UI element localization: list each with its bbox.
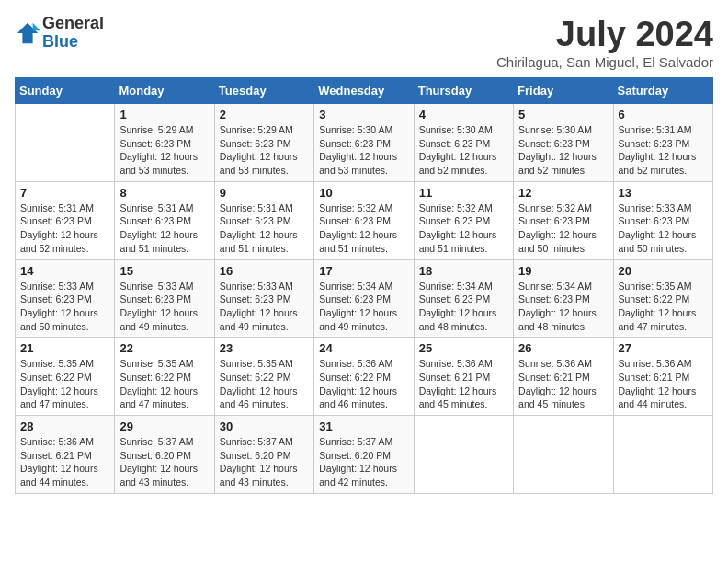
info-line: Sunset: 6:22 PM bbox=[619, 293, 708, 306]
info-line: Daylight: 12 hours bbox=[119, 462, 209, 476]
info-line: and 42 minutes. bbox=[319, 476, 408, 489]
info-line: Sunset: 6:23 PM bbox=[319, 293, 408, 306]
info-line: Sunrise: 5:34 AM bbox=[419, 280, 508, 293]
calendar-cell: 6Sunrise: 5:31 AMSunset: 6:23 PMDaylight… bbox=[613, 104, 712, 182]
info-line: Daylight: 12 hours bbox=[119, 385, 209, 398]
info-line: and 43 minutes. bbox=[119, 476, 209, 489]
info-line: Sunrise: 5:29 AM bbox=[119, 123, 209, 137]
info-line: and 52 minutes. bbox=[619, 164, 708, 178]
info-line: and 52 minutes. bbox=[419, 164, 508, 178]
day-info: Sunrise: 5:34 AMSunset: 6:23 PMDaylight:… bbox=[419, 280, 508, 334]
info-line: and 53 minutes. bbox=[319, 164, 408, 178]
info-line: Sunrise: 5:32 AM bbox=[419, 201, 508, 215]
day-info: Sunrise: 5:36 AMSunset: 6:22 PMDaylight:… bbox=[319, 357, 408, 411]
calendar-cell: 19Sunrise: 5:34 AMSunset: 6:23 PMDayligh… bbox=[514, 259, 613, 338]
info-line: and 47 minutes. bbox=[20, 397, 109, 411]
info-line: and 53 minutes. bbox=[119, 164, 209, 178]
info-line: Daylight: 12 hours bbox=[619, 228, 708, 242]
day-info: Sunrise: 5:35 AMSunset: 6:22 PMDaylight:… bbox=[20, 357, 109, 411]
info-line: Daylight: 12 hours bbox=[220, 462, 309, 476]
calendar-cell: 23Sunrise: 5:35 AMSunset: 6:22 PMDayligh… bbox=[214, 338, 313, 416]
day-info: Sunrise: 5:30 AMSunset: 6:23 PMDaylight:… bbox=[419, 123, 508, 178]
day-number: 11 bbox=[419, 186, 508, 200]
info-line: Sunrise: 5:32 AM bbox=[518, 201, 608, 215]
day-number: 27 bbox=[619, 341, 708, 355]
header-wednesday: Wednesday bbox=[314, 78, 414, 104]
day-info: Sunrise: 5:36 AMSunset: 6:21 PMDaylight:… bbox=[20, 435, 109, 489]
week-row-3: 14Sunrise: 5:33 AMSunset: 6:23 PMDayligh… bbox=[16, 259, 713, 338]
calendar-cell: 15Sunrise: 5:33 AMSunset: 6:23 PMDayligh… bbox=[115, 259, 214, 338]
day-number: 3 bbox=[319, 108, 408, 121]
info-line: and 48 minutes. bbox=[518, 320, 608, 334]
day-number: 9 bbox=[220, 186, 309, 200]
info-line: Sunrise: 5:35 AM bbox=[20, 357, 109, 371]
day-number: 14 bbox=[20, 264, 109, 278]
info-line: Daylight: 12 hours bbox=[20, 462, 109, 476]
info-line: Sunset: 6:23 PM bbox=[119, 137, 209, 151]
info-line: Daylight: 12 hours bbox=[20, 306, 109, 320]
info-line: Daylight: 12 hours bbox=[119, 228, 209, 242]
info-line: Sunset: 6:23 PM bbox=[119, 214, 209, 228]
day-info: Sunrise: 5:35 AMSunset: 6:22 PMDaylight:… bbox=[119, 357, 209, 411]
info-line: Daylight: 12 hours bbox=[518, 150, 608, 164]
week-row-1: 1Sunrise: 5:29 AMSunset: 6:23 PMDaylight… bbox=[16, 104, 713, 182]
info-line: Daylight: 12 hours bbox=[319, 228, 408, 242]
calendar-cell: 13Sunrise: 5:33 AMSunset: 6:23 PMDayligh… bbox=[613, 181, 712, 259]
info-line: and 46 minutes. bbox=[319, 397, 408, 411]
info-line: Sunset: 6:23 PM bbox=[119, 293, 209, 306]
calendar-cell bbox=[414, 416, 513, 494]
day-number: 26 bbox=[518, 341, 608, 355]
info-line: and 51 minutes. bbox=[419, 242, 508, 256]
day-number: 25 bbox=[419, 341, 508, 355]
info-line: Sunrise: 5:37 AM bbox=[220, 435, 309, 449]
calendar-header: Sunday Monday Tuesday Wednesday Thursday… bbox=[16, 78, 713, 104]
svg-marker-1 bbox=[33, 23, 40, 30]
day-number: 8 bbox=[119, 186, 209, 200]
day-info: Sunrise: 5:33 AMSunset: 6:23 PMDaylight:… bbox=[619, 201, 708, 256]
calendar-cell: 27Sunrise: 5:36 AMSunset: 6:21 PMDayligh… bbox=[613, 338, 712, 416]
day-info: Sunrise: 5:36 AMSunset: 6:21 PMDaylight:… bbox=[518, 357, 608, 411]
day-number: 1 bbox=[119, 108, 209, 121]
calendar-cell bbox=[514, 416, 613, 494]
day-info: Sunrise: 5:31 AMSunset: 6:23 PMDaylight:… bbox=[220, 201, 309, 256]
header-monday: Monday bbox=[115, 78, 214, 104]
day-number: 15 bbox=[119, 264, 209, 278]
day-info: Sunrise: 5:35 AMSunset: 6:22 PMDaylight:… bbox=[220, 357, 309, 411]
info-line: Daylight: 12 hours bbox=[319, 385, 408, 398]
info-line: and 51 minutes. bbox=[319, 242, 408, 256]
info-line: Sunrise: 5:32 AM bbox=[319, 201, 408, 215]
day-info: Sunrise: 5:36 AMSunset: 6:21 PMDaylight:… bbox=[619, 357, 708, 411]
week-row-5: 28Sunrise: 5:36 AMSunset: 6:21 PMDayligh… bbox=[16, 416, 713, 494]
calendar-cell: 30Sunrise: 5:37 AMSunset: 6:20 PMDayligh… bbox=[214, 416, 313, 494]
info-line: Sunset: 6:21 PM bbox=[518, 371, 608, 385]
info-line: Daylight: 12 hours bbox=[419, 306, 508, 320]
day-number: 6 bbox=[619, 108, 708, 121]
calendar-cell: 29Sunrise: 5:37 AMSunset: 6:20 PMDayligh… bbox=[115, 416, 214, 494]
calendar-cell: 9Sunrise: 5:31 AMSunset: 6:23 PMDaylight… bbox=[214, 181, 313, 259]
calendar-table: Sunday Monday Tuesday Wednesday Thursday… bbox=[15, 77, 713, 494]
calendar-cell: 20Sunrise: 5:35 AMSunset: 6:22 PMDayligh… bbox=[613, 259, 712, 338]
calendar-cell: 18Sunrise: 5:34 AMSunset: 6:23 PMDayligh… bbox=[414, 259, 513, 338]
day-number: 17 bbox=[319, 264, 408, 278]
info-line: Sunrise: 5:33 AM bbox=[220, 280, 309, 293]
calendar-cell: 8Sunrise: 5:31 AMSunset: 6:23 PMDaylight… bbox=[115, 181, 214, 259]
info-line: and 47 minutes. bbox=[119, 397, 209, 411]
info-line: and 51 minutes. bbox=[220, 242, 309, 256]
calendar-cell: 28Sunrise: 5:36 AMSunset: 6:21 PMDayligh… bbox=[16, 416, 115, 494]
day-info: Sunrise: 5:37 AMSunset: 6:20 PMDaylight:… bbox=[319, 435, 408, 489]
info-line: and 49 minutes. bbox=[319, 320, 408, 334]
day-number: 2 bbox=[220, 108, 309, 121]
info-line: and 44 minutes. bbox=[619, 397, 708, 411]
day-info: Sunrise: 5:29 AMSunset: 6:23 PMDaylight:… bbox=[220, 123, 309, 178]
info-line: Daylight: 12 hours bbox=[319, 306, 408, 320]
calendar-cell: 22Sunrise: 5:35 AMSunset: 6:22 PMDayligh… bbox=[115, 338, 214, 416]
day-info: Sunrise: 5:32 AMSunset: 6:23 PMDaylight:… bbox=[518, 201, 608, 256]
day-info: Sunrise: 5:30 AMSunset: 6:23 PMDaylight:… bbox=[518, 123, 608, 178]
calendar-cell: 17Sunrise: 5:34 AMSunset: 6:23 PMDayligh… bbox=[314, 259, 414, 338]
day-info: Sunrise: 5:33 AMSunset: 6:23 PMDaylight:… bbox=[119, 280, 209, 334]
info-line: Sunrise: 5:31 AM bbox=[20, 201, 109, 215]
day-number: 19 bbox=[518, 264, 608, 278]
day-info: Sunrise: 5:31 AMSunset: 6:23 PMDaylight:… bbox=[20, 201, 109, 256]
info-line: Sunrise: 5:36 AM bbox=[419, 357, 508, 371]
calendar-cell: 21Sunrise: 5:35 AMSunset: 6:22 PMDayligh… bbox=[16, 338, 115, 416]
